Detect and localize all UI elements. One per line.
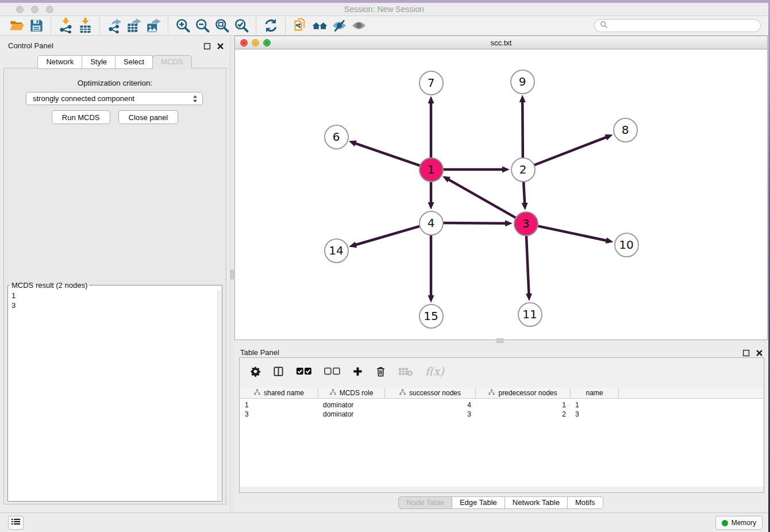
- column-header-name[interactable]: name: [571, 388, 619, 398]
- zoom-out-icon[interactable]: [192, 17, 212, 34]
- table-row[interactable]: 1dominator411: [240, 400, 763, 410]
- tab-network[interactable]: Network: [37, 55, 82, 69]
- graph-node-9[interactable]: 9: [510, 70, 535, 94]
- deselect-all-icon[interactable]: [324, 366, 340, 377]
- column-label: name: [586, 389, 603, 397]
- network-canvas[interactable]: 7968124314101511: [234, 49, 768, 340]
- close-panel-button[interactable]: Close panel: [118, 110, 179, 124]
- export-image-icon[interactable]: [144, 17, 163, 34]
- table-cell[interactable]: dominator: [318, 401, 385, 409]
- minimize-window-icon[interactable]: [31, 6, 38, 13]
- graph-edge-4-14[interactable]: [355, 226, 420, 245]
- table-cell[interactable]: 2: [476, 410, 571, 418]
- graph-node-15[interactable]: 15: [419, 304, 444, 329]
- table-cell[interactable]: 3: [571, 410, 619, 418]
- tab-mcds[interactable]: MCDS: [152, 55, 191, 69]
- graph-edge-4-3[interactable]: [442, 223, 506, 223]
- save-session-icon[interactable]: [26, 17, 46, 34]
- tab-style[interactable]: Style: [82, 55, 116, 69]
- graph-node-4[interactable]: 4: [419, 211, 444, 236]
- result-scrollbar[interactable]: [217, 290, 221, 500]
- table-cell[interactable]: 1: [571, 401, 619, 409]
- control-panel-close-icon[interactable]: [217, 42, 224, 49]
- graph-edge-3-11[interactable]: [526, 235, 529, 295]
- table-cell[interactable]: 1: [240, 401, 318, 409]
- table-row[interactable]: 3dominator323: [240, 410, 763, 419]
- home-view-icon[interactable]: [310, 17, 329, 34]
- tab-node-table[interactable]: Node Table: [398, 496, 452, 509]
- vertical-splitter[interactable]: [230, 36, 234, 512]
- import-table-icon[interactable]: [75, 17, 95, 34]
- gear-icon[interactable]: [250, 366, 261, 377]
- tab-edge-table[interactable]: Edge Table: [452, 496, 505, 509]
- graph-node-10[interactable]: 10: [614, 233, 639, 257]
- application-window: Session: New Session Control Panel Netwo…: [0, 0, 770, 532]
- column-header-successor-nodes[interactable]: successor nodes: [385, 388, 476, 398]
- zoom-selected-icon[interactable]: [232, 17, 251, 34]
- refresh-layout-icon[interactable]: [261, 17, 280, 34]
- select-all-icon[interactable]: [296, 366, 312, 377]
- run-mcds-button[interactable]: Run MCDS: [52, 110, 110, 124]
- table-cell[interactable]: dominator: [318, 410, 385, 418]
- graph-edge-1-6[interactable]: [355, 143, 420, 165]
- table-cell[interactable]: 4: [385, 401, 476, 409]
- graph-node-3[interactable]: 3: [514, 211, 538, 236]
- hide-panel-icon[interactable]: [329, 17, 349, 34]
- minimize-view-icon[interactable]: −: [252, 39, 259, 47]
- show-panels-button[interactable]: [8, 516, 24, 530]
- graph-node-8[interactable]: 8: [613, 118, 638, 142]
- graph-edge-2-9[interactable]: [522, 101, 523, 158]
- column-header-shared-name[interactable]: shared name: [240, 388, 318, 398]
- control-panel-tabs: NetworkStyleSelectMCDS: [0, 55, 230, 69]
- optimization-criterion-select[interactable]: strongly connected component: [26, 92, 203, 105]
- graph-node-14[interactable]: 14: [324, 238, 349, 263]
- graph-node-6[interactable]: 6: [324, 125, 349, 149]
- table-cell[interactable]: 3: [240, 410, 318, 418]
- add-row-icon[interactable]: [352, 366, 363, 377]
- mcds-result-node[interactable]: 1: [11, 291, 16, 300]
- toolbar-separator: [285, 17, 286, 34]
- graph-edge-2-3[interactable]: [523, 181, 525, 204]
- horizontal-splitter[interactable]: [234, 340, 768, 345]
- close-view-icon[interactable]: ×: [240, 39, 248, 47]
- zoom-fit-icon[interactable]: [212, 17, 232, 34]
- table-cell[interactable]: 1: [476, 401, 571, 409]
- graph-node-11[interactable]: 11: [518, 302, 542, 327]
- graph-node-7[interactable]: 7: [419, 71, 444, 95]
- splitter-handle[interactable]: [496, 338, 503, 343]
- zoom-window-icon[interactable]: [46, 6, 53, 13]
- mcds-result-list[interactable]: 13: [11, 291, 16, 310]
- tab-select[interactable]: Select: [115, 55, 153, 69]
- export-network-icon[interactable]: [105, 17, 124, 34]
- search-input[interactable]: [611, 21, 753, 30]
- zoom-view-icon[interactable]: +: [263, 39, 271, 47]
- show-panel-icon[interactable]: [349, 17, 368, 34]
- mcds-panel: Optimization criterion: strongly connect…: [3, 68, 226, 504]
- graph-edge-2-8[interactable]: [534, 137, 607, 165]
- column-header-predecessor-nodes[interactable]: predecessor nodes: [476, 388, 571, 398]
- columns-icon[interactable]: [273, 366, 284, 377]
- memory-button[interactable]: Memory: [715, 516, 763, 530]
- zoom-in-icon[interactable]: [173, 17, 192, 34]
- column-label: MCDS role: [340, 389, 374, 397]
- splitter-handle[interactable]: [230, 270, 234, 279]
- graph-node-1[interactable]: 1: [419, 157, 444, 182]
- graph-edge-3-1[interactable]: [448, 179, 516, 218]
- delete-row-icon[interactable]: [375, 366, 386, 377]
- tab-network-table[interactable]: Network Table: [505, 496, 568, 509]
- column-label: shared name: [264, 389, 304, 397]
- export-table-icon[interactable]: [124, 17, 144, 34]
- network-annotation-icon[interactable]: [290, 17, 310, 34]
- open-session-icon[interactable]: [7, 17, 26, 34]
- table-panel-float-icon[interactable]: [742, 349, 750, 356]
- graph-node-2[interactable]: 2: [511, 157, 536, 182]
- column-header-mcds-role[interactable]: MCDS role: [318, 388, 385, 398]
- control-panel-float-icon[interactable]: [203, 42, 211, 49]
- graph-edge-3-10[interactable]: [537, 226, 607, 241]
- table-cell[interactable]: 3: [385, 410, 476, 418]
- table-panel-close-icon[interactable]: [756, 349, 763, 356]
- close-window-icon[interactable]: [16, 6, 24, 13]
- tab-motifs[interactable]: Motifs: [567, 496, 603, 509]
- import-network-icon[interactable]: [56, 17, 75, 34]
- mcds-result-node[interactable]: 3: [11, 300, 16, 310]
